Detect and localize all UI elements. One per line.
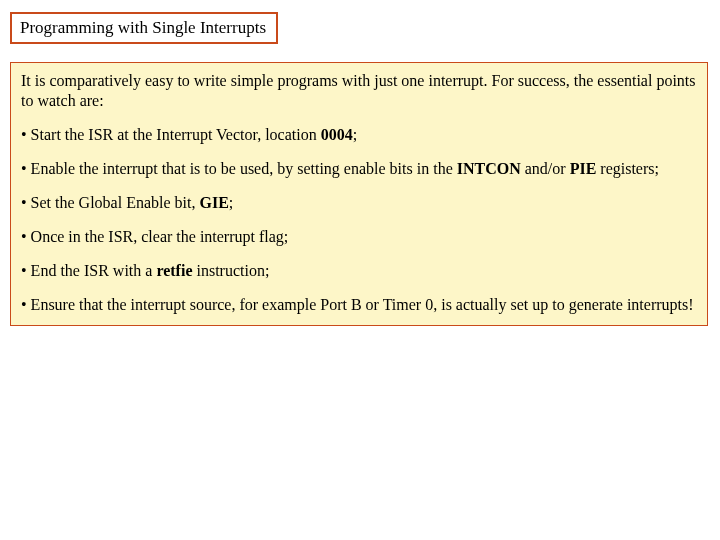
bullet-2-bold2: PIE	[570, 160, 597, 177]
bullet-1-bold: 0004	[321, 126, 353, 143]
bullet-1: • Start the ISR at the Interrupt Vector,…	[21, 125, 697, 145]
bullet-2-post: registers;	[596, 160, 659, 177]
bullet-2-mid: and/or	[521, 160, 570, 177]
page-title: Programming with Single Interrupts	[20, 18, 266, 37]
bullet-2-pre: • Enable the interrupt that is to be use…	[21, 160, 457, 177]
bullet-3: • Set the Global Enable bit, GIE;	[21, 193, 697, 213]
bullet-2-bold: INTCON	[457, 160, 521, 177]
bullet-5: • End the ISR with a retfie instruction;	[21, 261, 697, 281]
content-box: It is comparatively easy to write simple…	[10, 62, 708, 326]
bullet-5-pre: • End the ISR with a	[21, 262, 156, 279]
bullet-3-pre: • Set the Global Enable bit,	[21, 194, 199, 211]
bullet-4: • Once in the ISR, clear the interrupt f…	[21, 227, 697, 247]
title-box: Programming with Single Interrupts	[10, 12, 278, 44]
bullet-2: • Enable the interrupt that is to be use…	[21, 159, 697, 179]
bullet-4-pre: • Once in the ISR, clear the interrupt f…	[21, 228, 288, 245]
bullet-6: • Ensure that the interrupt source, for …	[21, 295, 697, 315]
bullet-1-pre: • Start the ISR at the Interrupt Vector,…	[21, 126, 321, 143]
bullet-1-post: ;	[353, 126, 357, 143]
bullet-5-bold: retfie	[156, 262, 192, 279]
bullet-3-post: ;	[229, 194, 233, 211]
bullet-5-post: instruction;	[193, 262, 270, 279]
bullet-6-pre: • Ensure that the interrupt source, for …	[21, 296, 694, 313]
intro-text: It is comparatively easy to write simple…	[21, 71, 697, 111]
bullet-3-bold: GIE	[199, 194, 228, 211]
